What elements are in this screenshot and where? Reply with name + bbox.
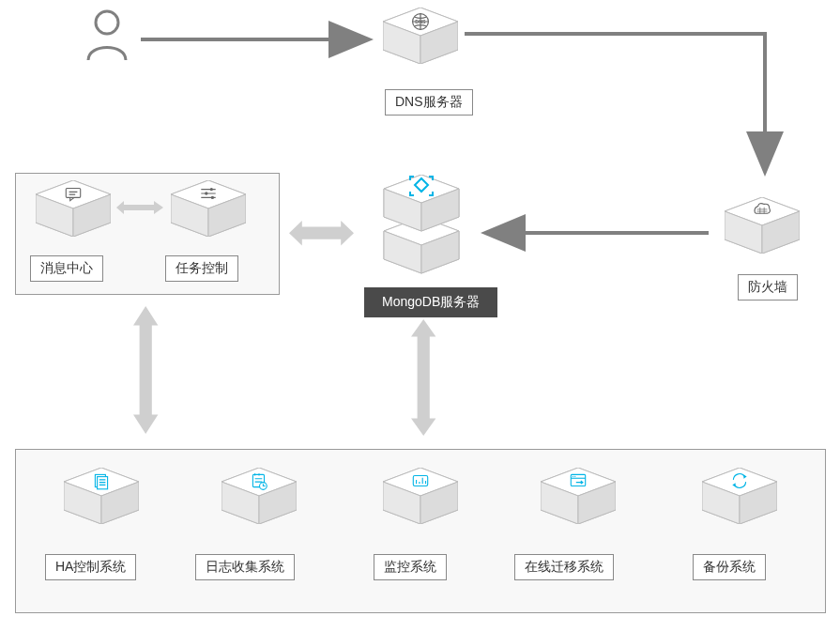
user-icon	[84, 9, 130, 64]
monitor-node	[383, 468, 458, 524]
architecture-diagram: { "nodes": { "user": "用户", "dns": "DNS服务…	[0, 0, 840, 632]
dns-server-node: DNS	[383, 8, 458, 64]
svg-point-13	[210, 188, 213, 191]
svg-point-23	[573, 476, 573, 477]
svg-point-14	[205, 192, 207, 194]
log-collect-node	[221, 468, 297, 524]
ha-control-node	[64, 468, 139, 524]
svg-point-24	[574, 476, 575, 477]
svg-rect-18	[98, 477, 108, 489]
svg-point-7	[96, 11, 118, 34]
dns-server-label: DNS服务器	[385, 89, 473, 116]
migrate-label: 在线迁移系统	[514, 554, 614, 580]
arrow-group-to-backend	[133, 306, 161, 438]
firewall-label: 防火墙	[738, 274, 798, 301]
arrow-msg-to-task	[116, 201, 163, 214]
migrate-node	[541, 468, 616, 524]
svg-marker-12	[116, 201, 163, 214]
monitor-label: 监控系统	[374, 554, 447, 580]
svg-point-15	[211, 196, 214, 199]
firewall-node	[725, 197, 800, 254]
backup-node	[702, 468, 777, 524]
task-control-node	[171, 180, 246, 237]
svg-text:DNS: DNS	[415, 19, 426, 24]
arrow-group-mongodb	[289, 221, 355, 249]
arrow-firewall-to-mongodb	[479, 227, 713, 239]
message-center-label: 消息中心	[30, 255, 103, 282]
arrow-dns-to-firewall	[465, 28, 784, 188]
task-control-label: 任务控制	[165, 255, 238, 282]
message-center-node	[36, 180, 111, 237]
ha-control-label: HA控制系统	[45, 554, 136, 580]
mongodb-server-node	[379, 175, 464, 278]
mongodb-server-label: MongoDB服务器	[364, 287, 497, 317]
backup-label: 备份系统	[693, 554, 766, 580]
arrow-mongodb-to-backend	[411, 319, 439, 441]
log-collect-label: 日志收集系统	[195, 554, 295, 580]
arrow-user-to-dns	[141, 34, 375, 45]
